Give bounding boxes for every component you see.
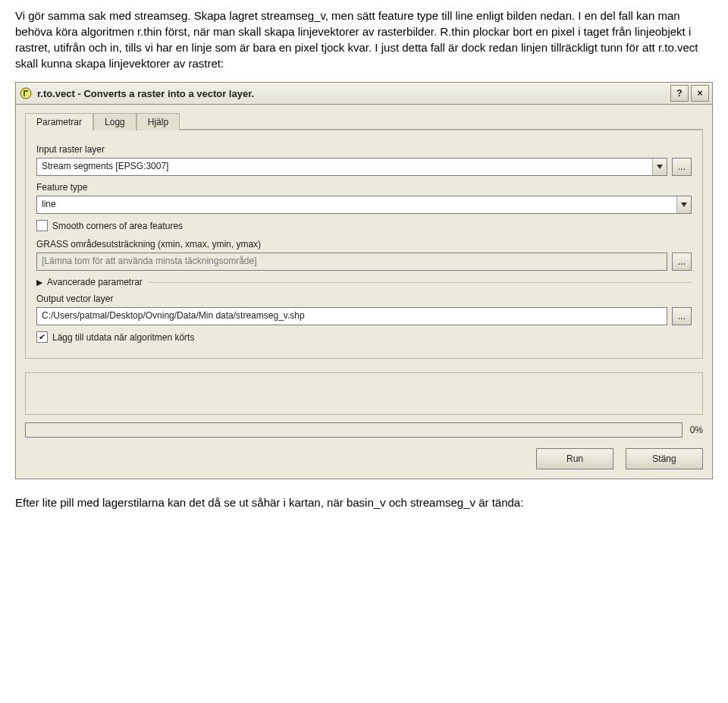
close-button[interactable]: Stäng xyxy=(626,448,703,469)
tab-bar: Parametrar Logg Hjälp xyxy=(25,112,703,130)
svg-point-0 xyxy=(20,88,31,99)
extent-placeholder: [Lämna tom för att använda minsta täckni… xyxy=(37,253,667,270)
tab-hjalp[interactable]: Hjälp xyxy=(136,113,180,130)
log-box xyxy=(25,372,703,415)
run-button[interactable]: Run xyxy=(536,448,613,469)
dialog-window: r.to.vect - Converts a raster into a vec… xyxy=(15,82,713,479)
tab-parametrar[interactable]: Parametrar xyxy=(25,113,93,130)
extent-input[interactable]: [Lämna tom för att använda minsta täckni… xyxy=(36,253,667,271)
intro-paragraph: Vi gör samma sak med streamseg. Skapa la… xyxy=(15,8,713,71)
help-button[interactable]: ? xyxy=(670,85,689,102)
app-icon xyxy=(19,86,33,100)
close-icon[interactable]: × xyxy=(691,85,709,102)
parameters-panel: Input raster layer Stream segments [EPSG… xyxy=(25,130,703,359)
output-path-input[interactable]: C:/Users/patmal/Desktop/Ovning/Data/Min … xyxy=(36,307,667,325)
progress-percent: 0% xyxy=(690,425,703,435)
tab-logg[interactable]: Logg xyxy=(93,113,136,130)
expand-icon[interactable]: ▶ xyxy=(36,278,42,287)
browse-extent[interactable]: ... xyxy=(672,253,692,271)
label-add-output: Lägg till utdata när algoritmen körts xyxy=(52,332,194,343)
divider xyxy=(149,282,692,283)
label-advanced: Avancerade parametrar xyxy=(47,277,143,287)
label-extent: GRASS områdesutsträckning (xmin, xmax, y… xyxy=(36,239,692,250)
browse-input-raster[interactable]: ... xyxy=(672,158,692,176)
feature-type-value: line xyxy=(37,196,676,213)
input-raster-select[interactable]: Stream segments [EPSG:3007] xyxy=(36,158,667,176)
output-path-value: C:/Users/patmal/Desktop/Ovning/Data/Min … xyxy=(37,308,667,325)
input-raster-value: Stream segments [EPSG:3007] xyxy=(37,158,652,175)
browse-output[interactable]: ... xyxy=(672,307,692,325)
smooth-checkbox[interactable] xyxy=(36,220,48,231)
label-feature-type: Feature type xyxy=(36,182,692,193)
titlebar: r.to.vect - Converts a raster into a vec… xyxy=(15,82,713,105)
label-smooth: Smooth corners of area features xyxy=(52,221,183,231)
label-output: Output vector layer xyxy=(36,293,692,304)
window-title: r.to.vect - Converts a raster into a vec… xyxy=(37,88,668,99)
feature-type-select[interactable]: line xyxy=(36,196,692,214)
outro-paragraph: Efter lite pill med lagerstilarna kan de… xyxy=(15,494,713,510)
label-input-raster: Input raster layer xyxy=(36,144,692,155)
chevron-down-icon[interactable] xyxy=(676,196,691,213)
chevron-down-icon[interactable] xyxy=(652,158,667,175)
add-output-checkbox[interactable]: ✔ xyxy=(36,331,48,343)
progress-bar xyxy=(25,422,682,438)
